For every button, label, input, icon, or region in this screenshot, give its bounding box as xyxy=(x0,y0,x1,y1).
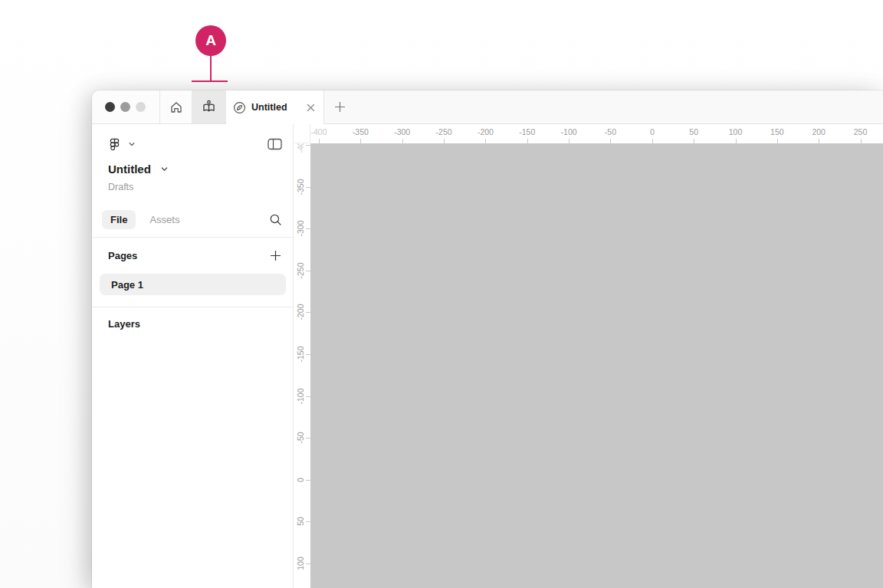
tab-assets[interactable]: Assets xyxy=(141,210,188,229)
highlighted-tab[interactable] xyxy=(192,90,226,123)
layers-header: Layers xyxy=(108,318,140,330)
v-ruler-label: -300 xyxy=(296,221,305,237)
add-page-icon[interactable] xyxy=(269,249,282,262)
ruler-corner xyxy=(294,124,310,143)
figma-app-window: Untitled xyxy=(92,90,883,588)
h-ruler-label: 150 xyxy=(770,127,784,136)
window-zoom-button[interactable] xyxy=(136,102,146,112)
h-ruler-label: -100 xyxy=(561,127,577,136)
annotation-label: A xyxy=(205,32,216,49)
h-ruler-label: 250 xyxy=(854,127,868,136)
sidebar-logo-row xyxy=(108,135,282,153)
v-ruler-label: -200 xyxy=(296,304,305,320)
v-ruler-label: 100 xyxy=(296,557,305,570)
desktop-background: A xyxy=(0,0,883,588)
h-ruler-label: 0 xyxy=(650,127,655,136)
tab-bar-empty-area xyxy=(355,90,883,123)
v-ruler-label: -50 xyxy=(296,432,305,444)
divider xyxy=(92,307,293,307)
window-close-button[interactable] xyxy=(105,102,115,112)
layers-section-header-row: Layers xyxy=(108,314,140,333)
h-ruler-label: -400 xyxy=(310,127,327,136)
v-ruler-label: -250 xyxy=(296,262,305,278)
pages-header: Pages xyxy=(108,250,137,261)
h-ruler-label: -350 xyxy=(353,127,369,136)
tab-bar: Untitled xyxy=(92,90,883,124)
h-ruler-label: 50 xyxy=(689,127,698,136)
h-ruler-label: 200 xyxy=(812,127,826,136)
new-tab-button[interactable] xyxy=(324,90,355,123)
h-ruler-label: -200 xyxy=(478,127,494,136)
h-ruler-label: -150 xyxy=(519,127,535,136)
tab-file[interactable]: File xyxy=(102,210,136,229)
horizontal-ruler: -400-350-300-250-200-150-100-50050100150… xyxy=(310,124,883,143)
v-ruler-label: 0 xyxy=(296,478,305,482)
search-icon[interactable] xyxy=(269,213,282,226)
v-ruler-label: -150 xyxy=(296,346,305,362)
annotation-badge-a: A xyxy=(195,25,226,56)
close-icon[interactable] xyxy=(305,102,317,113)
chevron-down-icon[interactable] xyxy=(128,140,136,148)
h-ruler-label: -50 xyxy=(605,127,616,136)
panel-toggle-icon[interactable] xyxy=(268,138,282,150)
home-icon xyxy=(169,100,183,114)
pages-section-header-row: Pages xyxy=(108,245,282,265)
divider xyxy=(92,237,293,238)
file-name: Untitled xyxy=(108,163,151,176)
v-ruler-label: -350 xyxy=(296,179,305,195)
v-ruler-label: -400 xyxy=(296,143,305,153)
design-file-icon xyxy=(233,101,246,114)
chevron-down-icon xyxy=(160,165,169,173)
page-list-item-page-1[interactable]: Page 1 xyxy=(100,274,286,295)
file-location: Drafts xyxy=(108,182,133,192)
v-ruler-label: 50 xyxy=(296,517,305,527)
annotation-connector-line xyxy=(210,54,212,81)
v-ruler-label: -100 xyxy=(296,388,305,404)
file-title-row[interactable]: Untitled xyxy=(108,163,169,176)
left-sidebar: Untitled Drafts File Assets xyxy=(92,124,294,588)
window-controls xyxy=(92,90,160,123)
figma-logo-icon[interactable] xyxy=(108,138,121,151)
design-canvas[interactable] xyxy=(310,143,883,588)
home-tab[interactable] xyxy=(160,90,192,123)
file-tab-untitled[interactable]: Untitled xyxy=(226,90,324,124)
h-ruler-label: -300 xyxy=(394,127,410,136)
h-ruler-label: 100 xyxy=(729,127,743,136)
open-book-icon xyxy=(202,100,216,114)
vertical-ruler: -400-350-300-250-200-150-100-50050100 xyxy=(294,143,310,588)
plus-icon xyxy=(333,100,346,113)
h-ruler-label: -250 xyxy=(436,127,452,136)
annotation-target-underline xyxy=(192,80,228,82)
window-minimize-button[interactable] xyxy=(120,102,130,112)
file-tab-label: Untitled xyxy=(251,102,300,113)
sidebar-nav-tabs: File Assets xyxy=(102,209,282,230)
page-item-label: Page 1 xyxy=(111,279,143,291)
